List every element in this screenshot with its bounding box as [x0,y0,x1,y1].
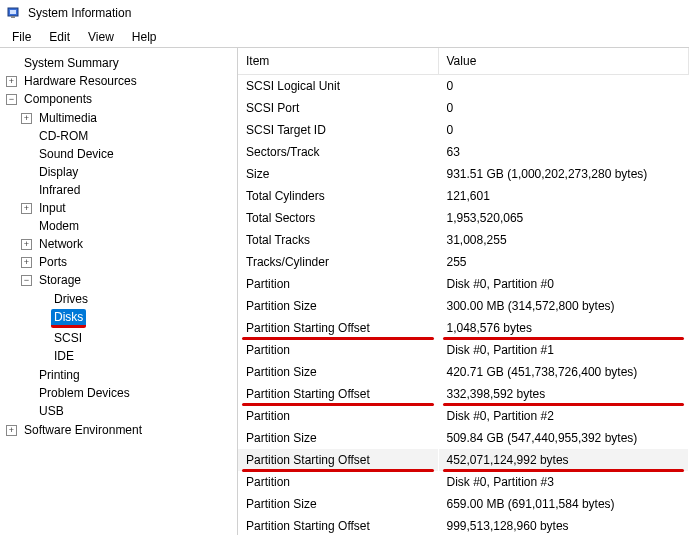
cell-value: 31,008,255 [438,229,689,251]
tree-sound-device[interactable]: Sound Device [36,146,117,162]
cell-item: Size [238,163,438,185]
tree-usb[interactable]: USB [36,403,67,419]
table-row[interactable]: Partition Size300.00 MB (314,572,800 byt… [238,295,689,317]
window-title: System Information [28,6,131,20]
column-header-item[interactable]: Item [238,48,438,75]
cell-value: 931.51 GB (1,000,202,273,280 bytes) [438,163,689,185]
cell-value: 0 [438,119,689,141]
cell-item: Partition [238,471,438,493]
cell-value: 1,953,520,065 [438,207,689,229]
cell-item: Partition Size [238,295,438,317]
menu-edit[interactable]: Edit [41,29,78,45]
expander-icon[interactable]: − [21,275,32,286]
cell-value: 121,601 [438,185,689,207]
cell-item: Partition [238,339,438,361]
cell-value: 332,398,592 bytes [438,383,689,405]
table-row[interactable]: Partition Size420.71 GB (451,738,726,400… [238,361,689,383]
tree-display[interactable]: Display [36,164,81,180]
app-icon [6,5,22,21]
cell-item: Partition Size [238,361,438,383]
table-row[interactable]: PartitionDisk #0, Partition #3 [238,471,689,493]
table-row[interactable]: PartitionDisk #0, Partition #1 [238,339,689,361]
table-row[interactable]: Partition Starting Offset332,398,592 byt… [238,383,689,405]
tree-input[interactable]: Input [36,200,69,216]
table-row[interactable]: Tracks/Cylinder255 [238,251,689,273]
menubar: File Edit View Help [0,26,689,48]
cell-value: 999,513,128,960 bytes [438,515,689,536]
expander-icon[interactable]: + [6,76,17,87]
tree-problem-devices[interactable]: Problem Devices [36,385,133,401]
cell-value: 452,071,124,992 bytes [438,449,689,471]
tree-software-environment[interactable]: Software Environment [21,422,145,438]
cell-item: Total Tracks [238,229,438,251]
cell-item: SCSI Logical Unit [238,75,438,97]
tree-ide[interactable]: IDE [51,348,77,364]
table-row[interactable]: PartitionDisk #0, Partition #0 [238,273,689,295]
table-row[interactable]: PartitionDisk #0, Partition #2 [238,405,689,427]
tree-ports[interactable]: Ports [36,254,70,270]
cell-item: Total Sectors [238,207,438,229]
cell-item: Partition Starting Offset [238,449,438,471]
menu-help[interactable]: Help [124,29,165,45]
expander-icon[interactable]: + [6,425,17,436]
cell-value: Disk #0, Partition #3 [438,471,689,493]
cell-value: 659.00 MB (691,011,584 bytes) [438,493,689,515]
tree-multimedia[interactable]: Multimedia [36,110,100,126]
expander-icon[interactable]: − [6,94,17,105]
table-row[interactable]: Total Sectors1,953,520,065 [238,207,689,229]
table-row[interactable]: Partition Size659.00 MB (691,011,584 byt… [238,493,689,515]
tree-cdrom[interactable]: CD-ROM [36,128,91,144]
table-row[interactable]: Total Tracks31,008,255 [238,229,689,251]
cell-item: Partition Starting Offset [238,515,438,536]
tree-components[interactable]: Components [21,91,95,107]
tree-modem[interactable]: Modem [36,218,82,234]
table-row[interactable]: SCSI Port0 [238,97,689,119]
cell-value: 63 [438,141,689,163]
table-row[interactable]: Total Cylinders121,601 [238,185,689,207]
table-row[interactable]: Sectors/Track63 [238,141,689,163]
cell-item: Partition [238,273,438,295]
cell-item: Partition Starting Offset [238,317,438,339]
cell-value: 0 [438,97,689,119]
cell-item: Partition Size [238,427,438,449]
tree-system-summary[interactable]: System Summary [21,55,122,71]
expander-icon[interactable]: + [21,239,32,250]
cell-value: 300.00 MB (314,572,800 bytes) [438,295,689,317]
tree-infrared[interactable]: Infrared [36,182,83,198]
table-row[interactable]: Partition Starting Offset452,071,124,992… [238,449,689,471]
table-row[interactable]: Size931.51 GB (1,000,202,273,280 bytes) [238,163,689,185]
cell-item: Total Cylinders [238,185,438,207]
table-row[interactable]: SCSI Logical Unit0 [238,75,689,97]
tree-hardware-resources[interactable]: Hardware Resources [21,73,140,89]
tree-drives[interactable]: Drives [51,291,91,307]
list-pane[interactable]: Item Value SCSI Logical Unit0SCSI Port0S… [238,48,689,535]
menu-file[interactable]: File [4,29,39,45]
tree-network[interactable]: Network [36,236,86,252]
cell-item: SCSI Target ID [238,119,438,141]
details-table: Item Value SCSI Logical Unit0SCSI Port0S… [238,48,689,535]
tree-printing[interactable]: Printing [36,367,83,383]
tree-pane[interactable]: System Summary +Hardware Resources −Comp… [0,48,238,535]
cell-value: Disk #0, Partition #0 [438,273,689,295]
expander-icon[interactable]: + [21,257,32,268]
titlebar: System Information [0,0,689,26]
cell-item: Partition Size [238,493,438,515]
table-row[interactable]: Partition Starting Offset1,048,576 bytes [238,317,689,339]
cell-item: Partition Starting Offset [238,383,438,405]
expander-icon[interactable]: + [21,113,32,124]
tree-disks[interactable]: Disks [51,309,86,328]
table-row[interactable]: Partition Size509.84 GB (547,440,955,392… [238,427,689,449]
cell-value: 420.71 GB (451,738,726,400 bytes) [438,361,689,383]
cell-item: SCSI Port [238,97,438,119]
cell-value: 509.84 GB (547,440,955,392 bytes) [438,427,689,449]
tree-scsi[interactable]: SCSI [51,330,85,346]
column-header-value[interactable]: Value [438,48,689,75]
menu-view[interactable]: View [80,29,122,45]
expander-icon[interactable]: + [21,203,32,214]
cell-item: Sectors/Track [238,141,438,163]
tree-storage[interactable]: Storage [36,272,84,288]
table-row[interactable]: Partition Starting Offset999,513,128,960… [238,515,689,536]
cell-item: Partition [238,405,438,427]
table-row[interactable]: SCSI Target ID0 [238,119,689,141]
cell-value: Disk #0, Partition #2 [438,405,689,427]
